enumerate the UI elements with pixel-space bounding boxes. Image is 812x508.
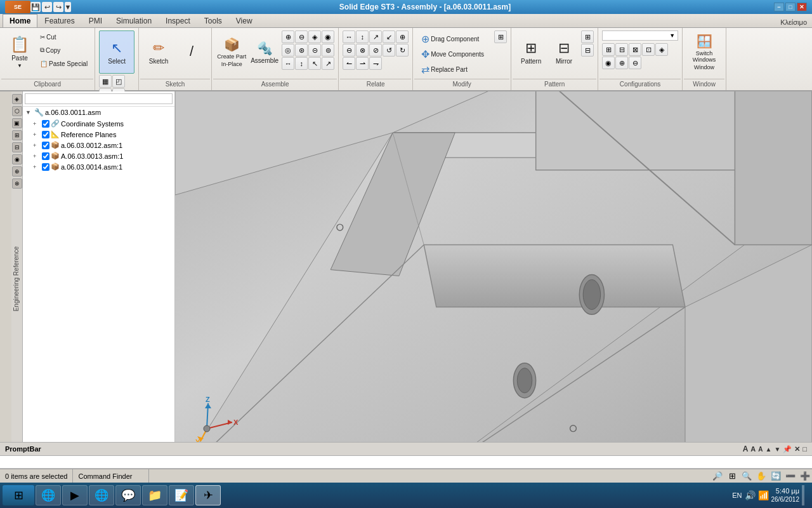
assemble-tool-5[interactable]: ◎ bbox=[282, 44, 294, 57]
asm12-checkbox[interactable] bbox=[42, 142, 49, 149]
sketch-line[interactable]: / bbox=[176, 30, 207, 74]
switch-windows-button[interactable]: 🪟 Switch Windows Window bbox=[686, 30, 722, 74]
qat-undo[interactable]: ↩ bbox=[42, 2, 52, 12]
relate-tool-5[interactable]: ⊕ bbox=[396, 30, 409, 43]
status-icon-zoom-out[interactable]: ➖ bbox=[783, 469, 797, 483]
show-desktop[interactable] bbox=[802, 485, 804, 505]
assemble-tool-4[interactable]: ◉ bbox=[322, 30, 334, 43]
asm12-expand[interactable]: + bbox=[33, 142, 41, 149]
qat-dropdown[interactable]: ▼ bbox=[65, 2, 71, 12]
se-logo[interactable]: SE bbox=[5, 1, 30, 13]
config-tool-4[interactable]: ⊡ bbox=[642, 43, 655, 56]
status-icon-search[interactable]: 🔎 bbox=[710, 469, 724, 483]
pattern-extra-1[interactable]: ⊞ bbox=[581, 30, 594, 43]
close-button[interactable]: ✕ bbox=[797, 3, 807, 11]
relate-tool-12[interactable]: ⇀ bbox=[356, 57, 369, 70]
pattern-extra-2[interactable]: ⊟ bbox=[581, 44, 594, 57]
relate-tool-13[interactable]: ⇁ bbox=[369, 57, 382, 70]
relate-tool-1[interactable]: ↔ bbox=[343, 30, 355, 43]
tree-item-asm12[interactable]: + 📦 a.06.03.0012.asm:1 bbox=[23, 140, 174, 150]
status-icon-fit[interactable]: ⊞ bbox=[725, 469, 739, 483]
sidebar-icon-7[interactable]: ⊕ bbox=[12, 166, 22, 177]
qat-save[interactable]: 💾 bbox=[30, 2, 41, 12]
status-icon-refresh[interactable]: 🔄 bbox=[769, 469, 783, 483]
sketch-button[interactable]: ✏ Sketch bbox=[143, 30, 174, 74]
assemble-tool-7[interactable]: ⊝ bbox=[308, 44, 321, 57]
sidebar-icon-6[interactable]: ◉ bbox=[12, 154, 22, 164]
paste-button[interactable]: 📋 Paste ▼ bbox=[4, 30, 36, 74]
ref-expand[interactable]: + bbox=[33, 131, 41, 138]
drag-component-button[interactable]: ⊕ Drag Component bbox=[418, 32, 487, 46]
tree-search-input[interactable] bbox=[25, 93, 173, 104]
minimize-button[interactable]: − bbox=[774, 3, 784, 11]
prompt-down-icon[interactable]: ▼ bbox=[774, 446, 780, 453]
tab-pmi[interactable]: PMI bbox=[82, 14, 109, 27]
font-icon-A3[interactable]: A bbox=[758, 446, 763, 453]
select-tool-2[interactable]: ◰ bbox=[112, 75, 125, 88]
taskbar-chrome[interactable]: 🌐 bbox=[36, 485, 61, 505]
prompt-pin-icon[interactable]: 📌 bbox=[783, 445, 792, 453]
assemble-tool-9[interactable]: ↔ bbox=[282, 57, 294, 70]
assemble-tool-12[interactable]: ↗ bbox=[322, 57, 334, 70]
relate-tool-11[interactable]: ↼ bbox=[343, 57, 355, 70]
relate-tool-2[interactable]: ↕ bbox=[356, 30, 369, 43]
start-button[interactable]: ⊞ bbox=[3, 485, 34, 505]
relate-tool-9[interactable]: ↺ bbox=[383, 44, 395, 57]
taskbar-explorer[interactable]: 📁 bbox=[142, 485, 167, 505]
cut-button[interactable]: ✂Cut bbox=[37, 30, 91, 43]
font-icon-A1[interactable]: A bbox=[743, 444, 749, 453]
sidebar-icon-3[interactable]: ▣ bbox=[12, 118, 22, 128]
status-icon-zoom-in[interactable]: 🔍 bbox=[740, 469, 754, 483]
prompt-close-icon[interactable]: ✕ bbox=[794, 445, 800, 453]
assemble-tool-8[interactable]: ⊚ bbox=[322, 44, 334, 57]
restore-button[interactable]: □ bbox=[785, 3, 796, 11]
tab-inspect[interactable]: Inspect bbox=[159, 14, 197, 27]
coord-checkbox[interactable] bbox=[42, 120, 49, 128]
tab-home[interactable]: Home bbox=[3, 14, 37, 27]
assemble-button[interactable]: 🔩 Assemble bbox=[249, 30, 280, 74]
config-tool-6[interactable]: ◉ bbox=[602, 57, 615, 69]
assemble-tool-6[interactable]: ⊛ bbox=[295, 44, 308, 57]
asm13-checkbox[interactable] bbox=[42, 152, 49, 160]
sidebar-icon-4[interactable]: ⊞ bbox=[12, 130, 22, 140]
relate-tool-4[interactable]: ↙ bbox=[383, 30, 395, 43]
status-icon-plus[interactable]: ➕ bbox=[798, 469, 812, 483]
tab-tools[interactable]: Tools bbox=[197, 14, 229, 27]
sidebar-icon-1[interactable]: ◈ bbox=[12, 94, 22, 104]
status-icon-pan[interactable]: ✋ bbox=[754, 469, 768, 483]
config-tool-2[interactable]: ⊟ bbox=[615, 43, 628, 56]
ref-checkbox[interactable] bbox=[42, 131, 49, 138]
coord-expand[interactable]: + bbox=[33, 121, 41, 127]
pattern-button[interactable]: ⊞ Pattern bbox=[515, 30, 547, 74]
config-tool-5[interactable]: ◈ bbox=[655, 43, 668, 56]
config-tool-7[interactable]: ⊕ bbox=[615, 57, 628, 69]
taskbar-ie[interactable]: 🌐 bbox=[89, 485, 114, 505]
sidebar-icon-5[interactable]: ⊟ bbox=[12, 142, 22, 152]
replace-part-button[interactable]: ⇄ Replace Part bbox=[418, 62, 487, 76]
copy-button[interactable]: ⧉Copy bbox=[37, 44, 91, 57]
prompt-up-icon[interactable]: ▲ bbox=[766, 446, 772, 453]
assemble-tool-11[interactable]: ↖ bbox=[308, 57, 321, 70]
modify-extra-1[interactable]: ⊞ bbox=[494, 30, 507, 43]
configurations-dropdown[interactable]: ▼ bbox=[602, 30, 678, 41]
move-components-button[interactable]: ✥ Move Components bbox=[418, 47, 487, 61]
relate-tool-3[interactable]: ↗ bbox=[369, 30, 382, 43]
relate-tool-10[interactable]: ↻ bbox=[396, 44, 409, 57]
select-tool-1[interactable]: ▦ bbox=[99, 75, 112, 88]
font-icon-A2[interactable]: A bbox=[750, 445, 756, 453]
mirror-button[interactable]: ⊟ Mirror bbox=[548, 30, 580, 74]
paste-special-button[interactable]: 📋Paste Special bbox=[37, 57, 91, 70]
taskbar-skype[interactable]: 💬 bbox=[115, 485, 141, 505]
assemble-tool-10[interactable]: ↕ bbox=[295, 57, 308, 70]
asm14-checkbox[interactable] bbox=[42, 163, 49, 171]
tab-features[interactable]: Features bbox=[37, 14, 81, 27]
create-part-button[interactable]: 📦 Create Part In-Place bbox=[216, 30, 247, 74]
sidebar-icon-2[interactable]: ⬡ bbox=[12, 106, 22, 116]
asm14-expand[interactable]: + bbox=[33, 164, 41, 170]
relate-tool-8[interactable]: ⊘ bbox=[369, 44, 382, 57]
prompt-expand-icon[interactable]: □ bbox=[802, 445, 807, 453]
qat-redo[interactable]: ↪ bbox=[53, 2, 63, 12]
select-button[interactable]: ↖ Select bbox=[99, 30, 134, 74]
tree-item-asm13[interactable]: + 📦 A.06.03.0013.asm:1 bbox=[23, 150, 174, 161]
config-tool-3[interactable]: ⊠ bbox=[629, 43, 641, 56]
